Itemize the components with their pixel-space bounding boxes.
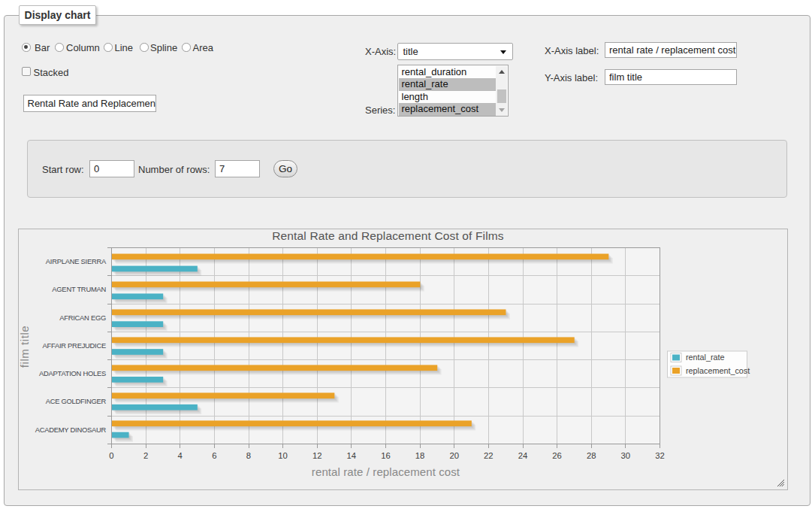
svg-text:Rental Rate and Replacement Co: Rental Rate and Replacement Cost of Film… — [272, 229, 504, 242]
svg-text:ADAPTATION HOLES: ADAPTATION HOLES — [39, 369, 106, 377]
svg-text:film title: film title — [19, 326, 31, 368]
svg-text:rental_rate: rental_rate — [686, 353, 725, 362]
svg-text:AGENT TRUMAN: AGENT TRUMAN — [52, 285, 106, 293]
svg-text:ACADEMY DINOSAUR: ACADEMY DINOSAUR — [35, 426, 107, 434]
svg-text:28: 28 — [587, 451, 596, 460]
svg-text:24: 24 — [518, 451, 528, 460]
svg-text:22: 22 — [484, 451, 494, 460]
svg-text:AFRICAN EGG: AFRICAN EGG — [59, 314, 106, 322]
svg-text:6: 6 — [212, 451, 216, 460]
svg-text:20: 20 — [449, 451, 459, 460]
svg-text:4: 4 — [178, 451, 183, 460]
svg-text:8: 8 — [246, 451, 251, 460]
svg-text:10: 10 — [278, 451, 288, 460]
svg-text:2: 2 — [143, 451, 148, 460]
svg-text:18: 18 — [415, 451, 425, 460]
svg-text:30: 30 — [621, 451, 631, 460]
svg-text:rental rate / replacement cost: rental rate / replacement cost — [312, 465, 460, 478]
svg-text:replacement_cost: replacement_cost — [686, 366, 750, 375]
svg-text:ACE GOLDFINGER: ACE GOLDFINGER — [46, 397, 107, 405]
svg-text:32: 32 — [655, 451, 665, 460]
svg-text:12: 12 — [312, 451, 322, 460]
svg-text:AFFAIR PREJUDICE: AFFAIR PREJUDICE — [42, 341, 106, 350]
svg-text:14: 14 — [347, 451, 357, 460]
svg-text:26: 26 — [552, 451, 562, 460]
svg-text:0: 0 — [109, 451, 113, 460]
svg-text:16: 16 — [381, 451, 391, 460]
svg-text:AIRPLANE SIERRA: AIRPLANE SIERRA — [46, 257, 107, 265]
